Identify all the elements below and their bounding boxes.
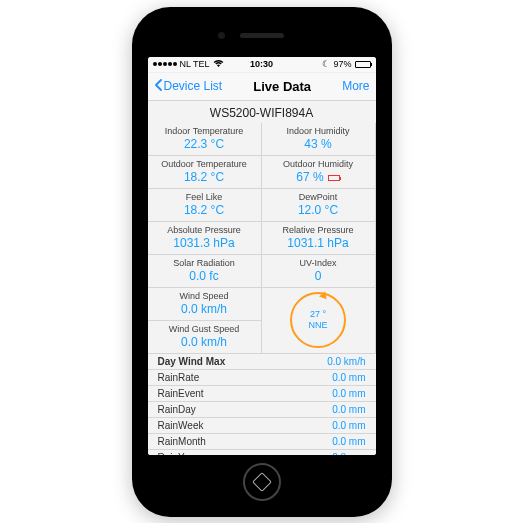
battery-icon [355, 61, 371, 68]
screen: NL TEL 10:30 ☾ 97% Device List [148, 57, 376, 455]
row-rain-event: RainEvent 0.0 mm [148, 386, 376, 402]
compass-icon: 27 ° NNE [290, 292, 346, 348]
row-rain-rate: RainRate 0.0 mm [148, 370, 376, 386]
label: Absolute Pressure [152, 225, 257, 235]
wifi-icon [213, 59, 224, 70]
back-label: Device List [164, 79, 223, 93]
value: 0.0 mm [332, 404, 365, 415]
home-icon [252, 472, 272, 492]
nav-bar: Device List Live Data More [148, 73, 376, 101]
sensor-grid: Indoor Temperature 22.3 °C Indoor Humidi… [148, 123, 376, 288]
content[interactable]: WS5200-WIFI894A Indoor Temperature 22.3 … [148, 101, 376, 455]
value: 1031.3 hPa [152, 236, 257, 250]
value: 18.2 °C [152, 170, 257, 184]
earpiece [240, 33, 284, 38]
label: UV-Index [266, 258, 371, 268]
cell-abs-pressure: Absolute Pressure 1031.3 hPa [148, 222, 262, 255]
cell-solar: Solar Radiation 0.0 fc [148, 255, 262, 288]
value: 0.0 km/h [152, 302, 257, 316]
value: 0.0 km/h [152, 335, 257, 349]
label: Solar Radiation [152, 258, 257, 268]
label: Wind Gust Speed [152, 324, 257, 334]
value: 43 % [266, 137, 371, 151]
label: RainDay [158, 404, 196, 415]
cell-outdoor-hum: Outdoor Humidity 67 % [262, 156, 376, 189]
home-button-zone [243, 455, 281, 509]
value: 0.0 mm [332, 372, 365, 383]
value: 12.0 °C [266, 203, 371, 217]
value: 0.0 mm [332, 388, 365, 399]
cell-wind-speed: Wind Speed 0.0 km/h [148, 288, 262, 321]
cell-gust-speed: Wind Gust Speed 0.0 km/h [148, 321, 262, 354]
value: 18.2 °C [152, 203, 257, 217]
cell-compass: 27 ° NNE [262, 288, 376, 354]
value: 67 % [266, 170, 371, 184]
earpiece-zone [140, 15, 384, 57]
front-camera [218, 32, 225, 39]
cell-rel-pressure: Relative Pressure 1031.1 hPa [262, 222, 376, 255]
value: 0.0 mm [332, 436, 365, 447]
value: 2.8 mm [332, 452, 365, 455]
chevron-left-icon [154, 79, 162, 94]
value: 0.0 km/h [327, 356, 365, 367]
row-day-wind-max: Day Wind Max 0.0 km/h [148, 354, 376, 370]
row-rain-week: RainWeek 0.0 mm [148, 418, 376, 434]
back-button[interactable]: Device List [154, 79, 223, 94]
wind-block: Wind Speed 0.0 km/h Wind Gust Speed 0.0 … [148, 288, 376, 354]
label: Relative Pressure [266, 225, 371, 235]
row-rain-day: RainDay 0.0 mm [148, 402, 376, 418]
label: Outdoor Temperature [152, 159, 257, 169]
cell-indoor-hum: Indoor Humidity 43 % [262, 123, 376, 156]
cell-outdoor-temp: Outdoor Temperature 18.2 °C [148, 156, 262, 189]
cell-indoor-temp: Indoor Temperature 22.3 °C [148, 123, 262, 156]
device-name: WS5200-WIFI894A [148, 101, 376, 123]
label: Feel Like [152, 192, 257, 202]
low-battery-icon [328, 175, 340, 181]
cell-uv: UV-Index 0 [262, 255, 376, 288]
cell-feel-like: Feel Like 18.2 °C [148, 189, 262, 222]
label: RainYear [158, 452, 199, 455]
more-button[interactable]: More [342, 79, 369, 93]
status-bar: NL TEL 10:30 ☾ 97% [148, 57, 376, 73]
row-rain-month: RainMonth 0.0 mm [148, 434, 376, 450]
summary-rows: Day Wind Max 0.0 km/h RainRate 0.0 mm Ra… [148, 354, 376, 455]
label: Indoor Humidity [266, 126, 371, 136]
label: RainEvent [158, 388, 204, 399]
phone-frame: NL TEL 10:30 ☾ 97% Device List [132, 7, 392, 517]
value: 1031.1 hPa [266, 236, 371, 250]
label: RainWeek [158, 420, 204, 431]
label: RainMonth [158, 436, 206, 447]
carrier-label: NL TEL [180, 59, 210, 69]
value: 0 [266, 269, 371, 283]
label: Wind Speed [152, 291, 257, 301]
page-title: Live Data [253, 79, 311, 94]
signal-icon [153, 62, 177, 66]
compass-degrees: 27 ° [310, 309, 326, 320]
label: RainRate [158, 372, 200, 383]
label: Outdoor Humidity [266, 159, 371, 169]
cell-dewpoint: DewPoint 12.0 °C [262, 189, 376, 222]
label: Day Wind Max [158, 356, 226, 367]
label: DewPoint [266, 192, 371, 202]
compass-direction: NNE [308, 320, 327, 331]
value: 0.0 fc [152, 269, 257, 283]
dnd-moon-icon: ☾ [322, 59, 330, 69]
phone-bezel: NL TEL 10:30 ☾ 97% Device List [140, 15, 384, 509]
home-button[interactable] [243, 463, 281, 501]
label: Indoor Temperature [152, 126, 257, 136]
value: 22.3 °C [152, 137, 257, 151]
value: 0.0 mm [332, 420, 365, 431]
battery-percent: 97% [333, 59, 351, 69]
